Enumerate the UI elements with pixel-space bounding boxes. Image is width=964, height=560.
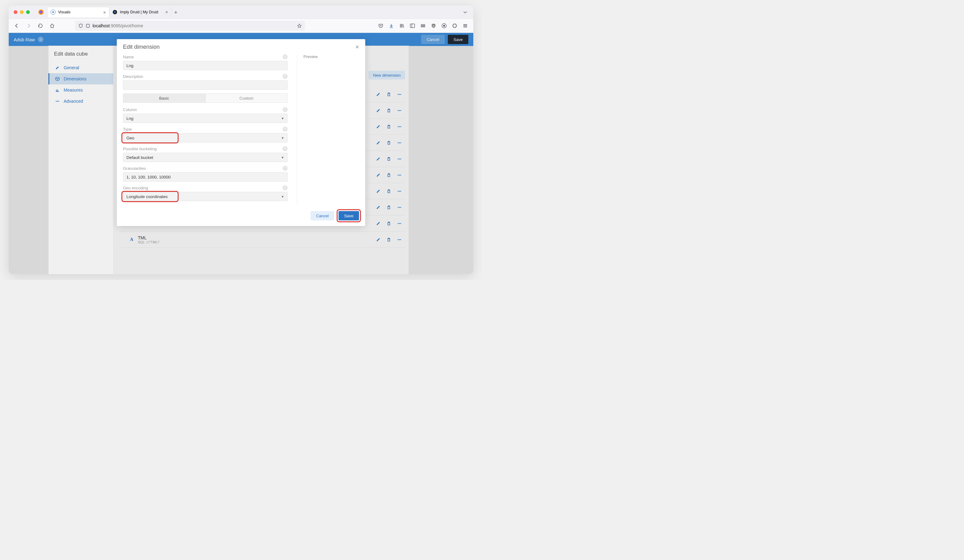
- chevron-down-icon: ▼: [281, 156, 284, 159]
- mode-tabs: Basic Custom: [123, 93, 288, 103]
- close-tab-icon[interactable]: ×: [165, 9, 168, 15]
- type-label: Type: [123, 127, 132, 131]
- window-controls[interactable]: [9, 10, 35, 14]
- help-icon[interactable]: ?: [283, 146, 288, 151]
- chevron-down-icon: ▼: [281, 117, 284, 120]
- barcode-icon[interactable]: [418, 21, 427, 30]
- close-icon[interactable]: ×: [355, 44, 359, 50]
- favicon-icon: [50, 10, 55, 15]
- modal-save-button[interactable]: Save: [339, 211, 359, 221]
- modal-backdrop: Edit dimension × Name? Lng Description?: [9, 33, 473, 274]
- type-select[interactable]: Geo ▼: [123, 133, 288, 143]
- granularities-label: Granularities: [123, 166, 146, 171]
- permissions-icon: [86, 24, 90, 28]
- bucketing-select[interactable]: Default bucket ▼: [123, 153, 288, 162]
- description-label: Description: [123, 74, 143, 79]
- column-label: Column: [123, 107, 137, 112]
- tab-custom[interactable]: Custom: [205, 93, 288, 103]
- tab-title: Visuals: [58, 10, 70, 14]
- geo-label: Geo encoding: [123, 186, 148, 190]
- help-icon[interactable]: ?: [283, 74, 288, 79]
- tab-bar: Visuals × Imply Druid | My Druid × ＋: [9, 6, 473, 19]
- minimize-window-icon[interactable]: [20, 10, 24, 14]
- column-select[interactable]: Lng ▼: [123, 114, 288, 123]
- tab-basic[interactable]: Basic: [123, 93, 205, 103]
- ublock-icon[interactable]: u: [429, 21, 438, 30]
- privacy-icon[interactable]: [440, 21, 448, 30]
- nav-bar: localhost:9095/pivot/home u: [9, 19, 473, 33]
- url-text: localhost:9095/pivot/home: [93, 23, 295, 28]
- name-input[interactable]: Lng: [123, 61, 288, 70]
- help-icon[interactable]: ?: [283, 54, 288, 59]
- tab-title: Imply Druid | My Druid: [120, 10, 158, 14]
- close-tab-icon[interactable]: ×: [103, 10, 106, 15]
- chevron-down-icon: ▼: [281, 195, 284, 198]
- shield-icon: [78, 23, 83, 28]
- bookmark-star-icon[interactable]: [297, 23, 302, 28]
- preview-label: Preview: [303, 54, 359, 59]
- downloads-icon[interactable]: [387, 21, 396, 30]
- home-button[interactable]: [48, 21, 57, 30]
- edit-dimension-modal: Edit dimension × Name? Lng Description?: [117, 39, 365, 226]
- granularities-input[interactable]: 1, 10, 100, 1000, 10000: [123, 172, 288, 182]
- favicon-icon: [112, 10, 117, 15]
- svg-point-4: [114, 11, 116, 13]
- reload-button[interactable]: [36, 21, 45, 30]
- svg-rect-5: [86, 24, 90, 27]
- help-icon[interactable]: ?: [283, 127, 288, 131]
- back-button[interactable]: [12, 21, 21, 30]
- tab-list-button[interactable]: [460, 10, 471, 15]
- menu-icon[interactable]: [461, 21, 470, 30]
- chevron-down-icon: ▼: [281, 136, 284, 140]
- sidebar-icon[interactable]: [408, 21, 417, 30]
- modal-cancel-button[interactable]: Cancel: [311, 211, 334, 221]
- svg-point-10: [443, 25, 445, 27]
- pocket-icon[interactable]: [376, 21, 385, 30]
- forward-button[interactable]: [24, 21, 33, 30]
- help-icon[interactable]: ?: [283, 166, 288, 171]
- svg-text:u: u: [433, 24, 435, 27]
- geo-encoding-select[interactable]: Longitude coordinates ▼: [123, 192, 288, 201]
- modal-title: Edit dimension: [123, 44, 160, 50]
- svg-rect-6: [410, 24, 415, 28]
- close-window-icon[interactable]: [14, 10, 17, 14]
- description-input[interactable]: [123, 80, 288, 90]
- library-icon[interactable]: [397, 21, 406, 30]
- svg-point-1: [39, 11, 42, 14]
- bucketing-label: Possible bucketing: [123, 146, 156, 151]
- help-icon[interactable]: ?: [283, 185, 288, 190]
- firefox-icon: [38, 9, 44, 15]
- browser-window: Visuals × Imply Druid | My Druid × ＋ loc…: [9, 6, 473, 274]
- extensions-icon[interactable]: [450, 21, 459, 30]
- browser-tab[interactable]: Imply Druid | My Druid ×: [109, 7, 171, 17]
- new-tab-button[interactable]: ＋: [171, 8, 180, 16]
- toolbar-right: u: [376, 21, 470, 30]
- help-icon[interactable]: ?: [283, 107, 288, 112]
- name-label: Name: [123, 55, 134, 59]
- app: Adsb Raw i Cancel Save Edit data cube Ge…: [9, 33, 473, 274]
- maximize-window-icon[interactable]: [26, 10, 30, 14]
- url-bar[interactable]: localhost:9095/pivot/home: [75, 21, 305, 31]
- browser-tab-active[interactable]: Visuals ×: [47, 7, 109, 17]
